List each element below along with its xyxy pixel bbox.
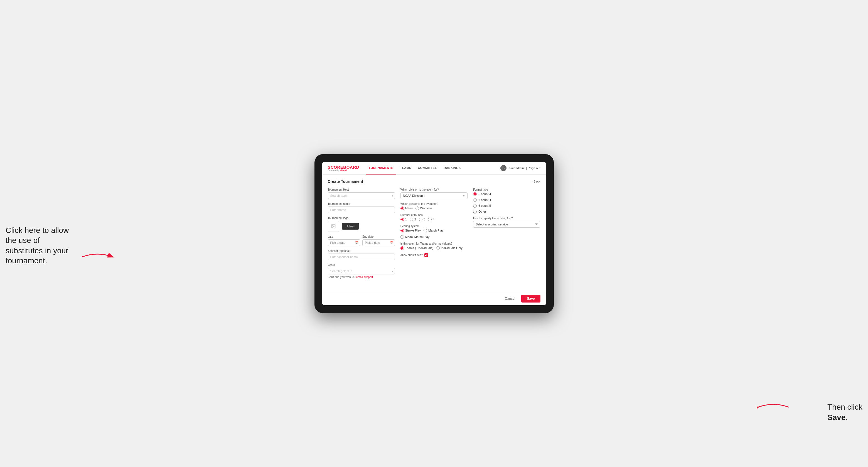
- form-footer: Cancel Save: [322, 292, 546, 305]
- scoring-match[interactable]: Match Play: [424, 229, 443, 232]
- format-5c4[interactable]: 5 count 4: [473, 192, 540, 196]
- save-button[interactable]: Save: [521, 295, 540, 303]
- logo-title: SCOREBOARD: [328, 165, 359, 169]
- rounds-4-radio[interactable]: [428, 218, 432, 221]
- start-date-group: date 📅: [328, 235, 361, 246]
- division-select[interactable]: NCAA Division I: [400, 192, 468, 199]
- back-link[interactable]: Back: [531, 180, 540, 183]
- scoring-medal[interactable]: Medal Match Play: [400, 235, 429, 239]
- logo: SCOREBOARD Powered by clippd: [328, 165, 359, 172]
- scoring-medal-radio[interactable]: [400, 235, 404, 239]
- gender-mens-radio[interactable]: [400, 207, 404, 210]
- annotation-left: Click here to allow the use of substitut…: [6, 225, 78, 266]
- scoring-api-label: Use third-party live scoring API?: [473, 217, 540, 220]
- format-other[interactable]: Other: [473, 210, 540, 214]
- page-title: Create Tournament: [328, 179, 363, 184]
- rounds-4-label: 4: [433, 218, 434, 221]
- tournament-host-group: Tournament Host ▾: [328, 188, 395, 199]
- format-other-radio[interactable]: [473, 210, 477, 214]
- event-teams[interactable]: Teams (+Individuals): [400, 246, 433, 250]
- start-date-calendar-icon: 📅: [355, 241, 359, 244]
- allow-subs-checkbox[interactable]: [425, 253, 428, 257]
- gender-womens[interactable]: Womens: [415, 207, 432, 210]
- scoring-service-select[interactable]: Select a scoring service: [473, 221, 540, 228]
- venue-help: Can't find your venue? email support: [328, 276, 395, 279]
- end-date-label: End date: [362, 235, 395, 238]
- tablet-screen: SCOREBOARD Powered by clippd TOURNAMENTS…: [322, 162, 546, 305]
- format-6c5-label: 6 count 5: [478, 204, 491, 207]
- rounds-3[interactable]: 3: [419, 218, 425, 221]
- email-support-link[interactable]: email support: [356, 276, 373, 279]
- rounds-2-radio[interactable]: [410, 218, 413, 221]
- nav-divider: |: [526, 166, 527, 170]
- event-for-radio-group: Teams (+Individuals) Individuals Only: [400, 246, 468, 250]
- format-6c5[interactable]: 6 count 5: [473, 204, 540, 208]
- format-6c4-radio[interactable]: [473, 198, 477, 202]
- tournament-host-input[interactable]: [328, 192, 395, 199]
- scoring-stroke-radio[interactable]: [400, 229, 404, 232]
- sign-out-link[interactable]: Sign out: [529, 166, 540, 170]
- scoring-group: Scoring system Stroke Play Match Play: [400, 225, 468, 239]
- scoring-match-label: Match Play: [428, 229, 443, 232]
- scoring-stroke[interactable]: Stroke Play: [400, 229, 421, 232]
- rounds-1-label: 1: [405, 218, 407, 221]
- scoring-label: Scoring system: [400, 225, 468, 228]
- nav-tab-committee[interactable]: COMMITTEE: [415, 162, 440, 175]
- rounds-1[interactable]: 1: [400, 218, 407, 221]
- gender-mens-label: Mens: [405, 207, 413, 210]
- gender-womens-radio[interactable]: [415, 207, 419, 210]
- avatar: B: [500, 165, 506, 171]
- gender-mens[interactable]: Mens: [400, 207, 413, 210]
- nav-tab-teams[interactable]: TEAMS: [397, 162, 414, 175]
- format-6c5-radio[interactable]: [473, 204, 477, 208]
- nav-tab-rankings[interactable]: RANKINGS: [441, 162, 463, 175]
- logo-placeholder-icon: [328, 221, 339, 232]
- end-date-wrap: 📅: [362, 239, 395, 246]
- logo-upload-area: Upload: [328, 221, 395, 232]
- allow-subs-item: Allow substitutes?: [400, 253, 468, 257]
- navbar: SCOREBOARD Powered by clippd TOURNAMENTS…: [322, 162, 546, 175]
- arrow-right-icon: [757, 399, 790, 415]
- rounds-3-radio[interactable]: [419, 218, 423, 221]
- event-individuals[interactable]: Individuals Only: [436, 246, 463, 250]
- format-6c4[interactable]: 6 count 4: [473, 198, 540, 202]
- tournament-logo-group: Tournament logo Upload: [328, 217, 395, 232]
- event-for-label: Is this event for Teams and/or Individua…: [400, 242, 468, 245]
- event-teams-label: Teams (+Individuals): [405, 246, 433, 250]
- division-label: Which division is the event for?: [400, 188, 468, 191]
- cancel-button[interactable]: Cancel: [501, 295, 519, 303]
- venue-input[interactable]: [328, 268, 395, 274]
- format-other-label: Other: [478, 210, 486, 213]
- event-individuals-label: Individuals Only: [441, 246, 463, 250]
- event-individuals-radio[interactable]: [436, 246, 440, 250]
- rounds-4[interactable]: 4: [428, 218, 434, 221]
- tablet-frame: SCOREBOARD Powered by clippd TOURNAMENTS…: [314, 154, 554, 313]
- scoring-medal-label: Medal Match Play: [405, 235, 429, 239]
- tournament-name-label: Tournament name: [328, 202, 395, 206]
- rounds-label: Number of rounds: [400, 214, 468, 217]
- form-col-left: Tournament Host ▾ Tournament name Tourna…: [328, 188, 395, 282]
- arrow-left-icon: [81, 249, 114, 265]
- rounds-1-radio[interactable]: [400, 218, 404, 221]
- tournament-name-input[interactable]: [328, 207, 395, 213]
- sponsor-input[interactable]: [328, 253, 395, 260]
- scoring-api-group: Use third-party live scoring API? Select…: [473, 217, 540, 228]
- form-col-right: Format type 5 count 4 6 count 4: [473, 188, 540, 282]
- end-date-calendar-icon: 📅: [390, 241, 393, 244]
- allow-subs-group: Allow substitutes?: [400, 253, 468, 257]
- tournament-logo-label: Tournament logo: [328, 217, 395, 220]
- scoring-match-radio[interactable]: [424, 229, 427, 232]
- format-label: Format type: [473, 188, 540, 191]
- page-header: Create Tournament Back: [328, 179, 540, 184]
- rounds-2[interactable]: 2: [410, 218, 416, 221]
- allow-subs-label: Allow substitutes?: [400, 253, 423, 257]
- user-name: blair admin: [509, 166, 524, 170]
- format-5c4-radio[interactable]: [473, 192, 477, 196]
- nav-tab-tournaments[interactable]: TOURNAMENTS: [366, 162, 396, 175]
- format-6c4-label: 6 count 4: [478, 198, 491, 201]
- event-teams-radio[interactable]: [400, 246, 404, 250]
- division-group: Which division is the event for? NCAA Di…: [400, 188, 468, 199]
- annotation-right: Then click Save.: [827, 402, 862, 423]
- tournament-name-group: Tournament name: [328, 202, 395, 213]
- upload-button[interactable]: Upload: [342, 223, 359, 229]
